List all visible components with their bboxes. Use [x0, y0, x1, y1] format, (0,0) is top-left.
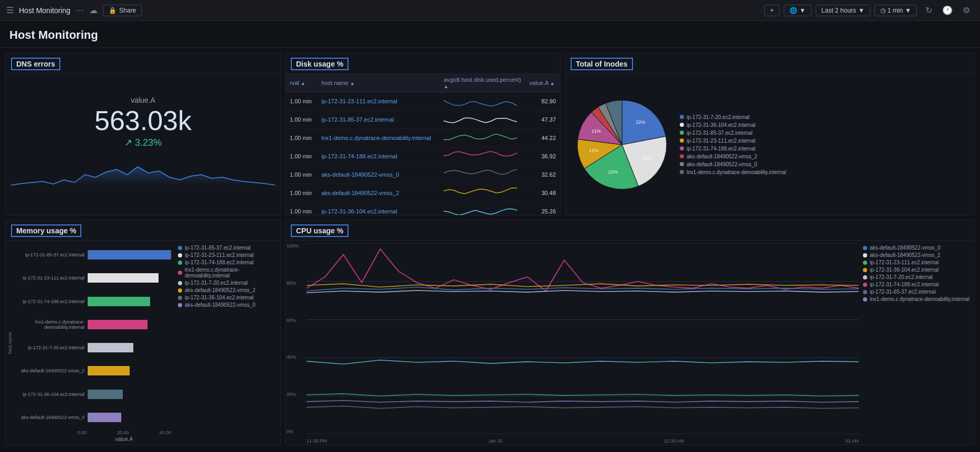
dns-value-label: value.A	[131, 96, 155, 104]
table-row: 1.00 min ip-172-31-23-111.ec2.internal 8…	[286, 92, 560, 111]
add-button[interactable]: +	[764, 5, 779, 16]
memory-legend-item: ip-172-31-36-104.ec2.internal	[178, 295, 278, 300]
legend-color-dot	[178, 296, 182, 300]
memory-legend: ip-172-31-85-37.ec2.internalip-172-31-23…	[175, 241, 280, 445]
dns-errors-title: DNS errors	[11, 58, 60, 70]
legend-color-dot	[178, 246, 182, 250]
memory-x-axis-label: value.A	[14, 436, 171, 442]
memory-usage-title: Memory usage %	[11, 224, 81, 237]
col-valuea[interactable]: value.A ▲	[525, 74, 560, 92]
legend-dot	[680, 131, 684, 135]
plus-icon: +	[770, 7, 774, 14]
disk-usage-title: Disk usage %	[291, 58, 349, 70]
bar-track	[88, 413, 171, 422]
legend-item: lnx1-demo.c.dynatrace-demoability.intern…	[680, 169, 970, 175]
legend-item: ip-172-31-7-20.ec2.internal	[680, 114, 970, 120]
disk-usage-panel: Disk usage % rval ▲ host.name ▲ avg(dt.h…	[285, 53, 561, 216]
cpu-x-labels: 11:30 PMJan 3112:30 AM01 AM	[307, 438, 859, 444]
clock-icon: ◷	[880, 7, 886, 14]
memory-legend-item: ip-172-31-23-111.ec2.internal	[178, 252, 278, 258]
bar-fill	[88, 273, 159, 283]
bar-label: lnx1-demo.c.dynatrace-demoability.intern…	[14, 319, 88, 330]
bar-label: ip-172-31-85-37.ec2.internal	[14, 252, 88, 257]
bar-fill	[88, 413, 121, 422]
settings-button[interactable]: ⚙	[959, 3, 974, 18]
memory-usage-header: Memory usage %	[6, 220, 280, 241]
cpu-legend-item: lnx1-demo.c.dynatrace-demoability.intern…	[863, 296, 970, 302]
cpu-y-labels: 100%80%60%40%20%0%	[287, 243, 299, 434]
menu-icon[interactable]: ☰	[6, 5, 14, 15]
cpu-legend-item: ip-172-31-74-188.ec2.internal	[863, 282, 970, 287]
memory-legend-item: ip-172-31-7-20.ec2.internal	[178, 280, 278, 286]
legend-dot	[680, 170, 684, 174]
dns-errors-header: DNS errors	[6, 53, 280, 74]
cpu-legend-dot	[863, 275, 867, 279]
svg-text:11%: 11%	[592, 128, 601, 134]
table-row: 1.00 min ip-172-31-74-188.ec2.internal 3…	[286, 147, 560, 166]
time-range-button[interactable]: Last 2 hours ▼	[816, 5, 870, 16]
inodes-legend: ip-172-31-7-20.ec2.internalip-172-31-36-…	[680, 77, 970, 212]
legend-dot	[680, 162, 684, 166]
legend-item: ip-172-31-85-37.ec2.internal	[680, 130, 970, 136]
legend-color-dot	[178, 288, 182, 293]
refresh-button[interactable]: ↻	[921, 3, 936, 18]
legend-dot	[680, 146, 684, 150]
table-row: 1.00 min ip-172-31-36-104.ec2.internal 2…	[286, 202, 560, 216]
chevron-down-icon: ▼	[905, 7, 911, 14]
legend-color-dot	[178, 271, 182, 275]
bar-track	[88, 273, 171, 283]
bar-row: ip-172-31-7-20.ec2.internal	[14, 338, 171, 357]
bar-row: ip-172-31-36-104.ec2.internal	[14, 385, 171, 404]
topbar-right: + 🌐 ▼ Last 2 hours ▼ ◷ 1 min ▼ ↻ 🕐 ⚙	[764, 3, 974, 18]
svg-text:22%: 22%	[642, 155, 652, 160]
bar-label: ip-172-31-23-111.ec2.internal	[14, 275, 88, 281]
bar-label: ip-172-31-36-104.ec2.internal	[14, 392, 88, 397]
legend-color-dot	[178, 253, 182, 257]
memory-legend-item: lnx1-demo.c.dynatrace-demoability.intern…	[178, 267, 278, 278]
share-button[interactable]: 🔒 Share	[103, 5, 142, 16]
inodes-title: Total of Inodes	[571, 58, 633, 70]
cpu-legend-dot	[863, 246, 867, 250]
disk-usage-header: Disk usage %	[286, 53, 560, 74]
more-options-icon[interactable]: ⋯	[76, 5, 84, 15]
legend-item: ip-172-31-23-111.ec2.internal	[680, 138, 970, 144]
memory-legend-item: ip-172-31-74-188.ec2.internal	[178, 260, 278, 265]
bar-track	[88, 250, 171, 260]
legend-color-dot	[178, 303, 182, 307]
globe-icon: 🌐	[789, 7, 797, 14]
bar-row: ip-172-31-85-37.ec2.internal	[14, 245, 171, 264]
col-rval[interactable]: rval ▲	[286, 74, 317, 92]
cpu-legend-item: aks-default-18490522-vmss_0	[863, 245, 970, 251]
bar-row: aks-default-18490522-vmss_2	[14, 361, 171, 380]
memory-legend-item: aks-default-18490522-vmss_2	[178, 287, 278, 293]
legend-color-dot	[178, 281, 182, 285]
chevron-down-icon: ▼	[858, 7, 865, 14]
disk-usage-content[interactable]: rval ▲ host.name ▲ avg(dt.host.disk.used…	[286, 74, 560, 215]
cpu-legend-item: ip-172-31-23-111.ec2.internal	[863, 260, 970, 265]
table-row: 1.00 min ip-172-31-85-37.ec2.internal 47…	[286, 111, 560, 129]
bar-track	[88, 343, 171, 352]
cpu-legend-dot	[863, 283, 867, 287]
interval-button[interactable]: ◷ 1 min ▼	[874, 5, 917, 16]
cpu-usage-panel: CPU usage % 100%80%60%40%20%0%	[285, 220, 975, 445]
cpu-legend-dot	[863, 268, 867, 272]
topbar-left: ☰ Host Monitoring ⋯ ☁ 🔒 Share	[6, 5, 760, 16]
bar-label: ip-172-31-74-188.ec2.internal	[14, 299, 88, 304]
legend-item: aks-default-18490522-vmss_0	[680, 162, 970, 167]
memory-legend-item: aks-default-18490522-vmss_0	[178, 302, 278, 308]
legend-dot	[680, 138, 684, 143]
cpu-legend-item: aks-default-18490522-vmss_2	[863, 252, 970, 258]
bar-fill	[88, 297, 150, 306]
bar-fill	[88, 343, 133, 352]
memory-legend-item: ip-172-31-85-37.ec2.internal	[178, 245, 278, 251]
globe-button[interactable]: 🌐 ▼	[784, 5, 812, 16]
bar-track	[88, 297, 171, 306]
cpu-legend-dot	[863, 253, 867, 257]
cloud-icon[interactable]: ☁	[89, 5, 98, 15]
history-button[interactable]: 🕐	[940, 3, 955, 18]
bar-track	[88, 390, 171, 399]
col-avg[interactable]: avg(dt.host.disk.used.percent) ▲	[439, 74, 525, 92]
cpu-legend-dot	[863, 261, 867, 265]
legend-dot	[680, 123, 684, 127]
col-hostname[interactable]: host.name ▲	[317, 74, 439, 92]
